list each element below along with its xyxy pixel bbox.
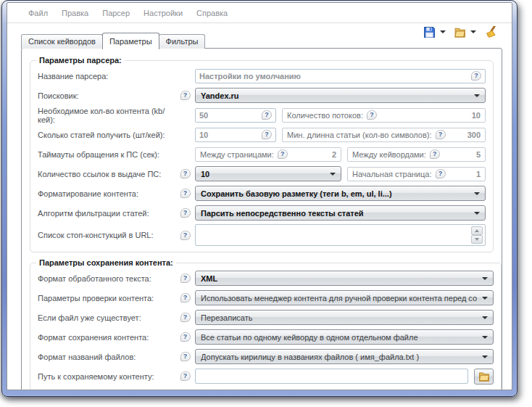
tab-parameters[interactable]: Параметры bbox=[102, 33, 159, 49]
help-icon[interactable]: ? bbox=[262, 130, 272, 139]
between-pages-label: Между страницами: bbox=[200, 150, 274, 159]
browse-folder-button[interactable] bbox=[474, 369, 494, 385]
toolbar bbox=[422, 25, 497, 38]
help-icon[interactable]: ? bbox=[430, 149, 440, 159]
menu-bar: Файл Правка Парсер Настройки Справка bbox=[7, 3, 512, 23]
menu-help[interactable]: Справка bbox=[196, 9, 228, 17]
row-save-format: Формат сохранения контента: ? Все статьи… bbox=[30, 327, 501, 347]
row-content-check: Параметры проверки контента: ? Использов… bbox=[30, 288, 501, 308]
menu-settings[interactable]: Настройки bbox=[144, 9, 183, 17]
help-icon[interactable]: ? bbox=[180, 208, 191, 218]
chevron-down-icon bbox=[474, 212, 480, 215]
arrow-up-icon bbox=[475, 229, 479, 232]
save-button[interactable] bbox=[422, 25, 436, 38]
row-stop-url: Список стоп-констукций в URL: ? bbox=[30, 223, 493, 247]
clean-button[interactable] bbox=[483, 25, 497, 38]
content-check-select[interactable]: Использовать менеджер контента для ручно… bbox=[195, 290, 494, 305]
tab-filters[interactable]: Фильтры bbox=[159, 34, 206, 49]
filter-algorithm-value: Парсить непосредственно тексты статей bbox=[201, 209, 364, 218]
save-format-select[interactable]: Все статьи по одному кейворду в одном от… bbox=[195, 329, 494, 345]
row-content-amount: Необходимое кол-во контента (kb/кей): 50… bbox=[30, 105, 493, 125]
row-file-exists: Если файл уже существует: ? Перезаписать bbox=[30, 308, 501, 327]
filenames-format-select[interactable]: Допускать кирилицу в названиях файлов ( … bbox=[195, 349, 494, 364]
between-keywords-value: 5 bbox=[476, 150, 481, 159]
help-icon[interactable]: ? bbox=[180, 189, 191, 198]
folder-icon bbox=[478, 371, 490, 382]
row-parser-name: Название парсера: Настройки по умолчанию… bbox=[30, 66, 493, 86]
scroll-down-button[interactable] bbox=[471, 235, 483, 244]
save-path-input[interactable] bbox=[195, 369, 468, 384]
arrow-down-icon bbox=[475, 238, 479, 241]
start-page-label: Начальная страница: bbox=[352, 170, 432, 178]
save-dropdown-arrow[interactable] bbox=[440, 30, 446, 33]
min-length-label: Мин. длинна статьи (кол-во символов): bbox=[287, 131, 432, 139]
row-timeouts: Таймауты обращения к ПС (сек): Между стр… bbox=[30, 144, 493, 164]
help-icon[interactable]: ? bbox=[180, 91, 191, 100]
chevron-down-icon bbox=[482, 355, 488, 358]
save-format-value: Все статьи по одному кейворду в одном от… bbox=[201, 333, 418, 342]
client-area: Файл Правка Парсер Настройки Справка bbox=[7, 2, 512, 390]
chevron-down-icon bbox=[482, 336, 488, 339]
help-icon[interactable]: ? bbox=[180, 371, 191, 381]
file-exists-select[interactable]: Перезаписать bbox=[195, 310, 494, 325]
output-format-select[interactable]: XML bbox=[195, 271, 494, 286]
formatting-label: Форматирование контента: bbox=[38, 189, 180, 198]
filenames-format-label: Формат названий файлов: bbox=[38, 353, 180, 361]
menu-file[interactable]: Файл bbox=[28, 9, 48, 17]
chevron-down-icon bbox=[330, 173, 336, 176]
row-search-engine: Поисковик: ? Yandex.ru bbox=[30, 86, 493, 105]
search-engine-select[interactable]: Yandex.ru bbox=[195, 88, 486, 103]
menu-parser[interactable]: Парсер bbox=[102, 9, 130, 17]
content-amount-input[interactable]: 50 ? bbox=[195, 108, 276, 123]
start-page-field[interactable]: Начальная страница: ? 1 bbox=[347, 167, 486, 181]
min-length-field[interactable]: Мин. длинна статьи (кол-во символов): ? … bbox=[282, 128, 486, 142]
help-icon[interactable]: ? bbox=[436, 130, 446, 139]
open-dropdown-arrow[interactable] bbox=[470, 30, 476, 33]
scroll-up-button[interactable] bbox=[471, 226, 483, 235]
help-icon[interactable]: ? bbox=[436, 169, 446, 178]
file-exists-label: Если файл уже существует: bbox=[38, 313, 180, 322]
help-icon[interactable]: ? bbox=[278, 149, 288, 159]
parser-name-input[interactable]: Настройки по умолчанию ? bbox=[195, 69, 486, 83]
help-icon[interactable]: ? bbox=[367, 110, 377, 120]
articles-count-input[interactable]: 10 ? bbox=[195, 128, 276, 142]
help-icon[interactable]: ? bbox=[180, 274, 191, 283]
content-amount-label: Необходимое кол-во контента (kb/кей): bbox=[38, 107, 180, 124]
chevron-down-icon bbox=[474, 192, 480, 195]
menu-edit[interactable]: Правка bbox=[62, 9, 88, 17]
between-keywords-field[interactable]: Между кейвордами: ? 5 bbox=[347, 147, 486, 162]
filenames-format-value: Допускать кирилицу в названиях файлов ( … bbox=[201, 353, 419, 361]
output-format-value: XML bbox=[201, 274, 217, 283]
threads-field[interactable]: Количество потоков: ? 10 bbox=[282, 108, 486, 123]
file-exists-value: Перезаписать bbox=[201, 313, 252, 322]
threads-label: Количество потоков: bbox=[287, 111, 363, 120]
open-folder-button[interactable] bbox=[452, 25, 467, 38]
help-icon[interactable]: ? bbox=[180, 231, 191, 240]
filter-algorithm-select[interactable]: Парсить непосредственно тексты статей bbox=[195, 205, 486, 221]
help-icon[interactable]: ? bbox=[180, 169, 191, 178]
parser-group-title: Параметры парсера: bbox=[36, 56, 125, 65]
help-icon[interactable]: ? bbox=[180, 293, 191, 303]
save-icon bbox=[423, 26, 436, 38]
save-format-label: Формат сохранения контента: bbox=[38, 333, 180, 342]
tab-keyword-list[interactable]: Список кейвордов bbox=[21, 34, 103, 49]
help-icon[interactable]: ? bbox=[180, 332, 191, 342]
between-pages-field[interactable]: Между страницами: ? 2 bbox=[195, 147, 341, 162]
chevron-down-icon bbox=[482, 277, 488, 280]
formatting-select[interactable]: Сохранить базовую разметку (теги b, em, … bbox=[195, 186, 486, 201]
row-filter-algorithm: Алгоритм фильтрации статей: ? Парсить не… bbox=[30, 203, 493, 223]
help-icon[interactable]: ? bbox=[471, 71, 481, 81]
save-group-title: Параметры сохранения контента: bbox=[36, 258, 176, 267]
row-filenames-format: Формат названий файлов: ? Допускать кири… bbox=[30, 347, 501, 366]
parser-settings-group: Параметры парсера: Название парсера: Нас… bbox=[30, 56, 494, 252]
help-icon[interactable]: ? bbox=[180, 313, 191, 322]
chevron-down-icon bbox=[482, 316, 488, 319]
links-count-select[interactable]: 10 bbox=[195, 166, 341, 181]
help-icon[interactable]: ? bbox=[262, 110, 272, 120]
textarea-scrollbar bbox=[471, 226, 483, 244]
row-output-format: Формат обработанного текста: ? XML bbox=[30, 268, 501, 288]
search-engine-value: Yandex.ru bbox=[201, 91, 239, 100]
output-format-label: Формат обработанного текста: bbox=[38, 274, 180, 283]
stop-url-textarea[interactable] bbox=[195, 224, 486, 246]
help-icon[interactable]: ? bbox=[180, 352, 191, 361]
